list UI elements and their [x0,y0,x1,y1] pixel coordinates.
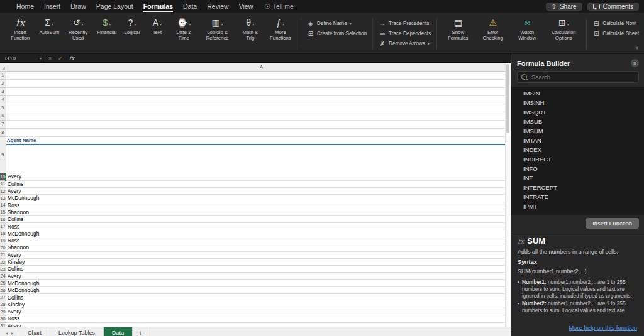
cell-A29[interactable]: Avery [6,308,505,315]
share-button[interactable]: ⇧ Share [546,3,582,11]
row-header-24[interactable]: 24 [0,273,6,279]
ribbon-date-time-button[interactable]: ⌚▾Date & Time [170,14,198,41]
row-header-13[interactable]: 13 [0,195,6,202]
select-all-corner[interactable] [0,63,6,71]
search-input[interactable] [530,73,635,81]
row-header-5[interactable]: 5 [0,104,6,112]
cell-A19[interactable]: Ross [6,237,505,244]
ribbon-show-formulas-button[interactable]: ▤Show Formulas [440,14,475,41]
cell-A18[interactable]: McDonnough [6,230,505,237]
cell-A8[interactable] [6,128,505,136]
row-header-14[interactable]: 14 [0,202,6,209]
cancel-icon[interactable]: × [48,55,52,62]
menu-tab-home[interactable]: Home [16,0,34,13]
insert-function-button[interactable]: Insert Function [586,218,639,229]
function-item-imsin[interactable]: IMSIN [511,89,644,98]
menu-tab-formulas[interactable]: Formulas [143,0,173,13]
row-header-28[interactable]: 28 [0,301,6,308]
menu-tab-page-layout[interactable]: Page Layout [96,0,133,13]
row-header-31[interactable]: 31 [0,322,6,327]
function-item-imtan[interactable]: IMTAN [511,136,644,145]
sheet-tab-lookup-tables[interactable]: Lookup Tables [50,327,104,336]
cell-A24[interactable]: Avery [6,273,505,279]
function-item-imsum[interactable]: IMSUM [511,126,644,136]
row-header-20[interactable]: 20 [0,244,6,251]
row-header-2[interactable]: 2 [0,79,6,87]
table-header-agent-name[interactable]: Agent Name [6,137,505,145]
row-header-26[interactable]: 26 [0,287,6,294]
row-header-4[interactable]: 4 [0,95,6,104]
cell-A21[interactable]: Avery [6,251,505,258]
function-item-intercept[interactable]: INTERCEPT [511,183,644,192]
row-header-12[interactable]: 12 [0,187,6,194]
ribbon-math-trig-button[interactable]: θ▾Math & Trig [237,14,264,41]
cell-A10[interactable]: Avery [6,173,505,181]
comments-button[interactable]: Comments [587,3,639,11]
collapse-ribbon-icon[interactable]: ∧ [635,45,639,51]
sheet-tab-data[interactable]: Data [104,327,133,336]
close-icon[interactable]: × [631,59,639,67]
function-item-intrate[interactable]: INTRATE [511,192,644,202]
formula-bar-fx-icon[interactable]: fx [69,55,74,62]
tab-navigation[interactable]: ◂ ▸ [0,327,19,336]
row-header-23[interactable]: 23 [0,266,6,273]
cell-A17[interactable]: Ross [6,223,505,230]
cell-A2[interactable] [6,79,505,87]
row-header-17[interactable]: 17 [0,223,6,230]
ribbon-insert-function-button[interactable]: fxInsert Function [4,14,36,41]
cell-A27[interactable]: Collins [6,294,505,301]
cell-A11[interactable]: Collins [6,180,505,187]
ribbon-error-checking-button[interactable]: ⚠Error Checking [476,14,511,41]
row-header-27[interactable]: 27 [0,294,6,301]
row-header-10[interactable]: 10 [0,173,6,181]
cell-A6[interactable] [6,112,505,120]
cell-A4[interactable] [6,95,505,104]
ribbon-recently-used-button[interactable]: ↺▾Recently Used [62,14,94,41]
function-search[interactable] [517,71,639,83]
row-header-15[interactable]: 15 [0,209,6,215]
row-header-3[interactable]: 3 [0,87,6,95]
ribbon-financial-button[interactable]: $▾Financial [94,14,119,36]
column-header-a[interactable]: A [6,63,505,71]
cell-A1[interactable] [6,71,505,79]
row-header-16[interactable]: 16 [0,216,6,223]
row-header-29[interactable]: 29 [0,308,6,315]
tell-me-button[interactable]: ☉ Tell me [264,3,294,10]
menu-tab-review[interactable]: Review [207,0,228,13]
cell-A25[interactable]: McDonnough [6,279,505,286]
cell-A16[interactable]: Collins [6,216,505,223]
formula-input[interactable] [77,54,511,62]
cell-A26[interactable]: McDonnough [6,287,505,294]
row-header-30[interactable]: 30 [0,315,6,322]
function-item-imsub[interactable]: IMSUB [511,117,644,126]
ribbon-calculation-options-button[interactable]: ⊞▾Calculation Options [544,14,583,41]
ribbon-autosum-button[interactable]: Σ▾AutoSum [36,14,62,36]
menu-tab-insert[interactable]: Insert [44,0,60,13]
ribbon-logical-button[interactable]: ?▾Logical [119,14,145,36]
function-item-index[interactable]: INDEX [511,145,644,154]
tab-nav-right-icon[interactable]: ▸ [11,330,14,336]
cell-A15[interactable]: Shannon [6,209,505,215]
row-header-22[interactable]: 22 [0,258,6,265]
cell-A7[interactable] [6,120,505,128]
add-sheet-button[interactable]: + [133,327,148,336]
ribbon-calculate-sheet-button[interactable]: ⊡Calculate Sheet [590,29,641,38]
cell-A5[interactable] [6,104,505,112]
menu-tab-view[interactable]: View [239,0,253,13]
row-header-9[interactable]: 9 [0,136,6,173]
row-header-25[interactable]: 25 [0,279,6,286]
cell-A23[interactable]: Collins [6,266,505,273]
vertical-scrollbar[interactable] [505,63,511,327]
ribbon-remove-arrows-button[interactable]: ✗Remove Arrows▾ [376,39,432,48]
ribbon-define-name-button[interactable]: ◈Define Name▾ [304,19,354,28]
cell-A12[interactable]: Avery [6,187,505,194]
function-item-imsqrt[interactable]: IMSQRT [511,107,644,117]
function-item-info[interactable]: INFO [511,164,644,173]
row-header-18[interactable]: 18 [0,230,6,237]
scrollbar-thumb[interactable] [506,64,509,133]
function-item-imsinh[interactable]: IMSINH [511,98,644,107]
name-box-dropdown-icon[interactable]: ▾ [40,56,42,60]
cell-A3[interactable] [6,87,505,95]
ribbon-watch-window-button[interactable]: ∞Watch Window [510,14,544,41]
cell-A20[interactable]: Shannon [6,244,505,251]
